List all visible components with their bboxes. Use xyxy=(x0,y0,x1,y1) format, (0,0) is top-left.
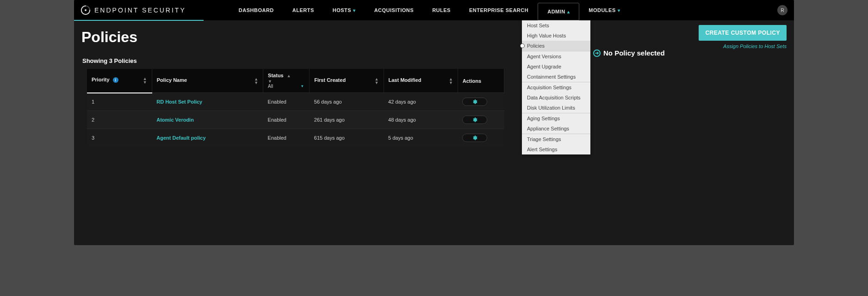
chevron-down-icon: ▾ xyxy=(353,8,356,13)
table-row: 3 Agent Default policy Enabled 615 days … xyxy=(87,129,504,147)
page-title: Policies xyxy=(81,29,137,46)
col-first-created-label: First Created xyxy=(314,77,346,83)
cell-status: Enabled xyxy=(263,93,310,111)
app-frame: ENDPOINT SECURITY DASHBOARD ALERTS HOSTS… xyxy=(74,0,794,245)
col-status-label: Status xyxy=(268,73,284,78)
sort-icon[interactable]: ▲▼ xyxy=(375,77,379,85)
cell-created: 56 days ago xyxy=(310,93,384,111)
policy-name-link[interactable]: RD Host Set Policy xyxy=(156,99,202,105)
no-selection-text: No Policy selected xyxy=(603,49,665,57)
status-filter-value: All xyxy=(268,84,273,89)
user-avatar[interactable]: R xyxy=(777,5,787,15)
arrow-right-circle-icon: ➔ xyxy=(593,49,601,57)
menu-host-sets[interactable]: Host Sets xyxy=(522,20,590,31)
sort-icon[interactable]: ▲▼ xyxy=(254,77,258,85)
svg-point-0 xyxy=(85,9,87,11)
nav-acquisitions[interactable]: ACQUISITIONS xyxy=(365,0,423,20)
top-nav-bar: ENDPOINT SECURITY DASHBOARD ALERTS HOSTS… xyxy=(74,0,794,20)
menu-acquisition-settings[interactable]: Acquisition Settings xyxy=(522,82,590,92)
chevron-up-icon: ▴ xyxy=(567,9,570,14)
menu-agent-versions[interactable]: Agent Versions xyxy=(522,51,590,62)
sort-icon[interactable]: ▲▼ xyxy=(449,77,453,85)
no-selection-message: ➔ No Policy selected xyxy=(593,49,787,57)
cell-status: Enabled xyxy=(263,111,310,129)
nav-modules[interactable]: MODULES ▾ xyxy=(579,0,629,20)
cell-created: 261 days ago xyxy=(310,111,384,129)
cell-created: 615 days ago xyxy=(310,129,384,147)
menu-triage-settings[interactable]: Triage Settings xyxy=(522,134,590,144)
nav-admin[interactable]: ADMIN ▴ xyxy=(538,3,579,20)
sort-icon[interactable]: ▲▼ xyxy=(143,77,147,84)
cell-actions xyxy=(458,111,504,129)
menu-policies[interactable]: Policies xyxy=(522,41,590,51)
nav-admin-label: ADMIN xyxy=(547,9,565,14)
detail-panel: ➔ No Policy selected xyxy=(588,49,787,147)
cell-priority: 1 xyxy=(87,93,152,111)
table-row: 2 Atomic Verodin Enabled 261 days ago 48… xyxy=(87,111,504,129)
info-icon[interactable]: i xyxy=(113,77,118,83)
col-last-modified[interactable]: Last Modified ▲▼ xyxy=(384,69,458,93)
row-actions-button[interactable] xyxy=(462,98,487,106)
cell-priority: 3 xyxy=(87,129,152,147)
content-area: Policies CREATE CUSTOM POLICY Assign Pol… xyxy=(74,20,794,147)
cell-modified: 5 days ago xyxy=(384,129,458,147)
nav-dashboard[interactable]: DASHBOARD xyxy=(229,0,283,20)
brand-logo[interactable]: ENDPOINT SECURITY xyxy=(79,5,188,15)
cell-modified: 42 days ago xyxy=(384,93,458,111)
table-header-row: Priority i ▲▼ Policy Name ▲▼ Status ▲▼ xyxy=(87,69,504,93)
admin-dropdown-menu: Host Sets High Value Hosts Policies Agen… xyxy=(522,20,590,154)
gear-icon xyxy=(472,117,477,123)
menu-aging-settings[interactable]: Aging Settings xyxy=(522,113,590,123)
menu-agent-upgrade[interactable]: Agent Upgrade xyxy=(522,62,590,72)
menu-containment-settings[interactable]: Containment Settings xyxy=(522,72,590,82)
page-header: Policies CREATE CUSTOM POLICY Assign Pol… xyxy=(81,25,787,49)
col-priority[interactable]: Priority i ▲▼ xyxy=(87,69,152,93)
col-actions-label: Actions xyxy=(463,78,481,84)
col-actions: Actions xyxy=(458,69,504,93)
menu-disk-utilization-limits[interactable]: Disk Utilization Limits xyxy=(522,103,590,113)
col-status[interactable]: Status ▲▼ All ▾ xyxy=(263,69,310,93)
primary-nav: DASHBOARD ALERTS HOSTS ▾ ACQUISITIONS RU… xyxy=(229,0,630,20)
cell-status: Enabled xyxy=(263,129,310,147)
assign-policies-link[interactable]: Assign Policies to Host Sets xyxy=(699,43,787,49)
nav-alerts[interactable]: ALERTS xyxy=(283,0,323,20)
col-policy-name[interactable]: Policy Name ▲▼ xyxy=(152,69,263,93)
col-last-modified-label: Last Modified xyxy=(389,77,422,83)
status-filter-dropdown[interactable]: All ▾ xyxy=(268,84,304,89)
chevron-down-icon: ▾ xyxy=(301,84,304,88)
cell-actions xyxy=(458,93,504,111)
nav-modules-label: MODULES xyxy=(589,7,616,13)
policy-name-link[interactable]: Agent Default policy xyxy=(156,135,205,141)
brand-icon xyxy=(81,5,91,15)
nav-enterprise-search[interactable]: ENTERPRISE SEARCH xyxy=(460,0,538,20)
nav-hosts-label: HOSTS xyxy=(333,7,351,13)
menu-data-acquisition-scripts[interactable]: Data Acquisition Scripts xyxy=(522,92,590,103)
policies-table-wrap: Showing 3 Policies Priority i ▲▼ Policy … xyxy=(81,49,588,147)
menu-high-value-hosts[interactable]: High Value Hosts xyxy=(522,31,590,41)
col-priority-label: Priority xyxy=(92,77,110,82)
cell-priority: 2 xyxy=(87,111,152,129)
col-policy-name-label: Policy Name xyxy=(157,77,187,83)
brand-text: ENDPOINT SECURITY xyxy=(94,6,186,14)
nav-rules[interactable]: RULES xyxy=(423,0,460,20)
table-row: 1 RD Host Set Policy Enabled 56 days ago… xyxy=(87,93,504,111)
cell-actions xyxy=(458,129,504,147)
policies-table: Priority i ▲▼ Policy Name ▲▼ Status ▲▼ xyxy=(87,69,504,147)
nav-hosts[interactable]: HOSTS ▾ xyxy=(323,0,365,20)
policy-name-link[interactable]: Atomic Verodin xyxy=(156,117,194,123)
policies-table-body: 1 RD Host Set Policy Enabled 56 days ago… xyxy=(87,93,504,147)
row-actions-button[interactable] xyxy=(462,134,487,142)
header-actions: CREATE CUSTOM POLICY Assign Policies to … xyxy=(699,25,787,49)
cell-modified: 48 days ago xyxy=(384,111,458,129)
gear-icon xyxy=(472,99,477,105)
showing-count: Showing 3 Policies xyxy=(82,57,588,64)
gear-icon xyxy=(472,135,477,141)
create-custom-policy-button[interactable]: CREATE CUSTOM POLICY xyxy=(699,25,787,41)
menu-alert-settings[interactable]: Alert Settings xyxy=(522,144,590,154)
menu-appliance-settings[interactable]: Appliance Settings xyxy=(522,123,590,134)
col-first-created[interactable]: First Created ▲▼ xyxy=(310,69,384,93)
chevron-down-icon: ▾ xyxy=(618,8,620,13)
main-columns: Showing 3 Policies Priority i ▲▼ Policy … xyxy=(81,49,787,147)
row-actions-button[interactable] xyxy=(462,116,487,124)
